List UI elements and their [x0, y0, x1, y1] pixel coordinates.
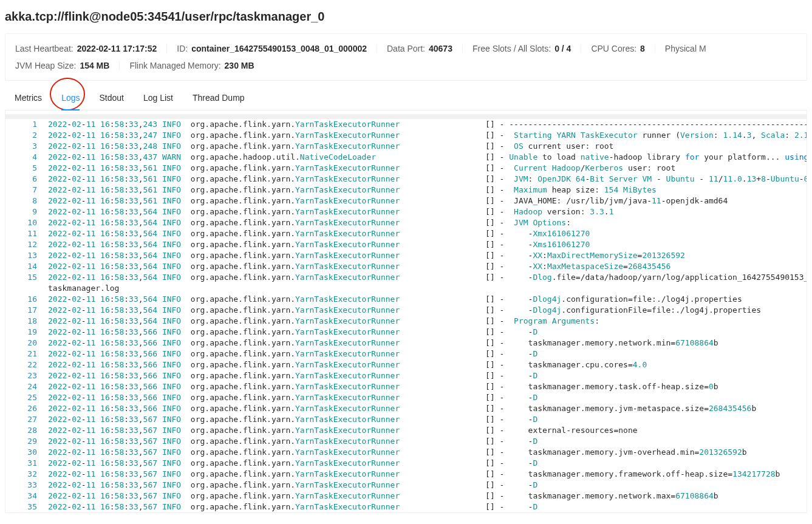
log-line: 272022-02-11 16:58:33,567 INFO org.apach…	[5, 414, 807, 425]
info-separator	[462, 44, 463, 53]
log-line-body: 2022-02-11 16:58:33,566 INFO org.apache.…	[48, 381, 718, 392]
log-line: 92022-02-11 16:58:33,564 INFO org.apache…	[5, 206, 807, 217]
log-line-body: 2022-02-11 16:58:33,564 INFO org.apache.…	[48, 239, 590, 250]
line-number: 16	[5, 294, 48, 305]
log-line-body: 2022-02-11 16:58:33,561 INFO org.apache.…	[48, 174, 807, 185]
info-value: 0 / 4	[554, 44, 571, 53]
info-item: JVM Heap Size:154 MB	[15, 61, 109, 70]
log-line: 182022-02-11 16:58:33,564 INFO org.apach…	[5, 316, 807, 327]
log-line: 232022-02-11 16:58:33,566 INFO org.apach…	[5, 370, 807, 381]
info-item: Last Heartbeat:2022-02-11 17:17:52	[15, 44, 157, 53]
page-title: akka.tcp://flink@node05:34541/user/rpc/t…	[5, 10, 807, 24]
line-number: 3	[5, 141, 48, 152]
log-line-body: 2022-02-11 16:58:33,243 INFO org.apache.…	[48, 119, 807, 130]
tab-metrics[interactable]: Metrics	[15, 86, 42, 110]
info-label: Flink Managed Memory:	[129, 61, 220, 70]
log-line: 342022-02-11 16:58:33,567 INFO org.apach…	[5, 491, 807, 502]
log-line-body: taskmanager.log	[48, 283, 119, 294]
log-line: 302022-02-11 16:58:33,567 INFO org.apach…	[5, 447, 807, 458]
log-line-body: 2022-02-11 16:58:33,564 INFO org.apache.…	[48, 272, 807, 283]
log-line: 52022-02-11 16:58:33,561 INFO org.apache…	[5, 163, 807, 174]
line-number: 8	[5, 196, 48, 206]
info-separator	[655, 44, 655, 53]
line-number: 35	[5, 502, 48, 512]
log-header-strip	[5, 114, 807, 119]
line-number: 22	[5, 359, 48, 370]
line-number: 5	[5, 163, 48, 174]
tab-stdout[interactable]: Stdout	[99, 86, 123, 110]
tab-log-list[interactable]: Log List	[143, 86, 173, 110]
log-line: 242022-02-11 16:58:33,566 INFO org.apach…	[5, 381, 807, 392]
log-line-body: 2022-02-11 16:58:33,437 WARN org.apache.…	[48, 152, 807, 163]
line-number: 11	[5, 228, 48, 239]
info-separator	[166, 44, 167, 53]
info-value: 230 MB	[225, 61, 254, 70]
line-number: 28	[5, 425, 48, 436]
log-line: 62022-02-11 16:58:33,561 INFO org.apache…	[5, 174, 807, 185]
log-line: 252022-02-11 16:58:33,566 INFO org.apach…	[5, 392, 807, 403]
log-line: 352022-02-11 16:58:33,567 INFO org.apach…	[5, 502, 807, 512]
line-number: 2	[5, 130, 48, 141]
log-line: 152022-02-11 16:58:33,564 INFO org.apach…	[5, 272, 807, 283]
log-line: 212022-02-11 16:58:33,566 INFO org.apach…	[5, 349, 807, 359]
log-line: 332022-02-11 16:58:33,567 INFO org.apach…	[5, 480, 807, 491]
info-row-2: JVM Heap Size:154 MBFlink Managed Memory…	[15, 61, 797, 70]
log-line-body: 2022-02-11 16:58:33,248 INFO org.apache.…	[48, 141, 613, 152]
info-value: 8	[640, 44, 645, 53]
info-value: 154 MB	[80, 61, 109, 70]
log-line-body: 2022-02-11 16:58:33,567 INFO org.apache.…	[48, 491, 718, 502]
info-item: Data Port:40673	[387, 44, 452, 53]
line-number: 33	[5, 480, 48, 491]
log-viewer[interactable]: 12022-02-11 16:58:33,243 INFO org.apache…	[5, 111, 807, 513]
log-line: 142022-02-11 16:58:33,564 INFO org.apach…	[5, 261, 807, 272]
log-line-body: 2022-02-11 16:58:33,247 INFO org.apache.…	[48, 130, 807, 141]
log-line-body: 2022-02-11 16:58:33,566 INFO org.apache.…	[48, 359, 647, 370]
tab-thread-dump[interactable]: Thread Dump	[193, 86, 245, 110]
line-number: 21	[5, 349, 48, 359]
info-separator	[581, 44, 581, 53]
info-label: Physical M	[665, 44, 706, 53]
log-line: 32022-02-11 16:58:33,248 INFO org.apache…	[5, 141, 807, 152]
line-number: 15	[5, 272, 48, 283]
tabs: MetricsLogsStdoutLog ListThread Dump	[5, 86, 807, 111]
line-number: 6	[5, 174, 48, 185]
log-line-body: 2022-02-11 16:58:33,567 INFO org.apache.…	[48, 502, 537, 512]
info-item: Free Slots / All Slots:0 / 4	[473, 44, 571, 53]
line-number: 34	[5, 491, 48, 502]
tab-logs[interactable]: Logs	[61, 86, 80, 110]
log-line: 72022-02-11 16:58:33,561 INFO org.apache…	[5, 185, 807, 196]
log-line: 262022-02-11 16:58:33,566 INFO org.apach…	[5, 403, 807, 414]
log-line-body: 2022-02-11 16:58:33,567 INFO org.apache.…	[48, 480, 537, 491]
line-number: 31	[5, 458, 48, 469]
log-line: 132022-02-11 16:58:33,564 INFO org.apach…	[5, 250, 807, 261]
log-line-body: 2022-02-11 16:58:33,561 INFO org.apache.…	[48, 196, 728, 206]
info-item: ID:container_1642755490153_0048_01_00000…	[177, 44, 367, 53]
log-line-body: 2022-02-11 16:58:33,567 INFO org.apache.…	[48, 425, 638, 436]
line-number: 27	[5, 414, 48, 425]
log-line: 312022-02-11 16:58:33,567 INFO org.apach…	[5, 458, 807, 469]
line-number: 32	[5, 469, 48, 480]
info-separator	[119, 61, 120, 70]
log-line: 322022-02-11 16:58:33,567 INFO org.apach…	[5, 469, 807, 480]
log-line-body: 2022-02-11 16:58:33,564 INFO org.apache.…	[48, 217, 571, 228]
info-label: Free Slots / All Slots:	[473, 44, 551, 53]
log-line: 292022-02-11 16:58:33,567 INFO org.apach…	[5, 436, 807, 447]
log-line-body: 2022-02-11 16:58:33,564 INFO org.apache.…	[48, 228, 590, 239]
line-number: 20	[5, 338, 48, 349]
info-label: ID:	[177, 44, 188, 53]
log-line: 42022-02-11 16:58:33,437 WARN org.apache…	[5, 152, 807, 163]
log-line: 22022-02-11 16:58:33,247 INFO org.apache…	[5, 130, 807, 141]
info-item: CPU Cores:8	[591, 44, 644, 53]
log-line: 222022-02-11 16:58:33,566 INFO org.apach…	[5, 359, 807, 370]
info-label: JVM Heap Size:	[15, 61, 76, 70]
line-number: 26	[5, 403, 48, 414]
log-line-body: 2022-02-11 16:58:33,564 INFO org.apache.…	[48, 316, 599, 327]
line-number: 1	[5, 119, 48, 130]
log-line-body: 2022-02-11 16:58:33,566 INFO org.apache.…	[48, 327, 537, 338]
info-label: Last Heartbeat:	[15, 44, 73, 53]
log-line: 192022-02-11 16:58:33,566 INFO org.apach…	[5, 327, 807, 338]
log-line-body: 2022-02-11 16:58:33,564 INFO org.apache.…	[48, 294, 742, 305]
line-number: 4	[5, 152, 48, 163]
log-line-body: 2022-02-11 16:58:33,567 INFO org.apache.…	[48, 447, 747, 458]
log-line-body: 2022-02-11 16:58:33,566 INFO org.apache.…	[48, 403, 756, 414]
